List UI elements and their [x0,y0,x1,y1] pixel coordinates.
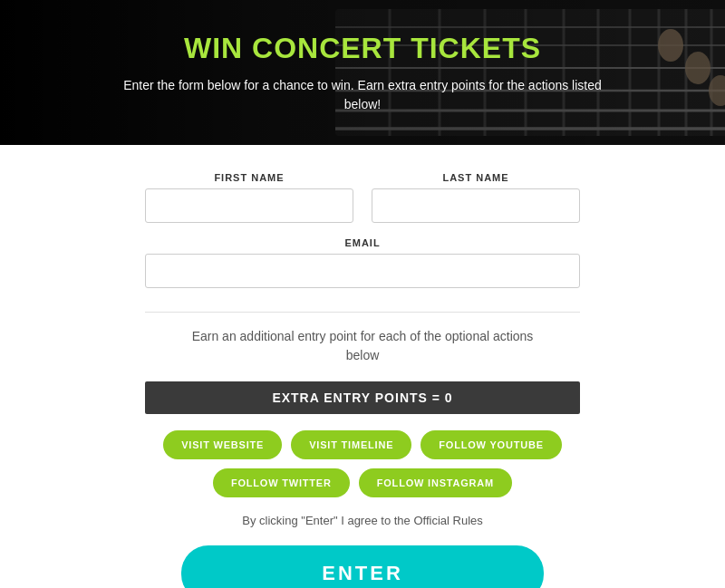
form-section: FIRST NAME LAST NAME EMAIL Earn an addit… [0,145,725,588]
email-group: EMAIL [145,237,580,288]
optional-description: Earn an additional entry point for each … [190,327,535,365]
terms-label: By clicking "Enter" I agree to the Offic… [242,514,483,527]
visit-website-button[interactable]: VISIT WEBSITE [163,430,282,459]
follow-instagram-button[interactable]: FOLLOW INSTAGRAM [359,468,512,497]
enter-button[interactable]: ENTER [181,545,544,588]
first-name-group: FIRST NAME [145,172,353,223]
hero-subtitle: Enter the form below for a chance to win… [109,76,616,114]
visit-timeline-button[interactable]: VISIT TIMELINE [291,430,411,459]
hero-banner: WIN CONCERT TICKETS Enter the form below… [0,0,725,145]
section-divider [145,312,580,313]
follow-youtube-button[interactable]: FOLLOW YOUTUBE [420,430,562,459]
hero-title: WIN CONCERT TICKETS [109,32,616,65]
email-input[interactable] [145,254,580,288]
action-buttons-container: VISIT WEBSITE VISIT TIMELINE FOLLOW YOUT… [145,430,580,497]
page-container: WIN CONCERT TICKETS Enter the form below… [0,0,725,588]
last-name-label: LAST NAME [372,172,580,183]
last-name-input[interactable] [372,188,580,223]
first-name-label: FIRST NAME [145,172,353,183]
email-label: EMAIL [145,237,580,248]
entry-points-bar: EXTRA ENTRY POINTS = 0 [145,381,580,414]
entry-points-label: EXTRA ENTRY POINTS = 0 [272,390,452,405]
terms-text: By clicking "Enter" I agree to the Offic… [242,514,483,527]
name-row: FIRST NAME LAST NAME [145,172,580,223]
last-name-group: LAST NAME [372,172,580,223]
first-name-input[interactable] [145,188,353,223]
hero-content: WIN CONCERT TICKETS Enter the form below… [91,14,634,132]
follow-twitter-button[interactable]: FOLLOW TWITTER [213,468,350,497]
